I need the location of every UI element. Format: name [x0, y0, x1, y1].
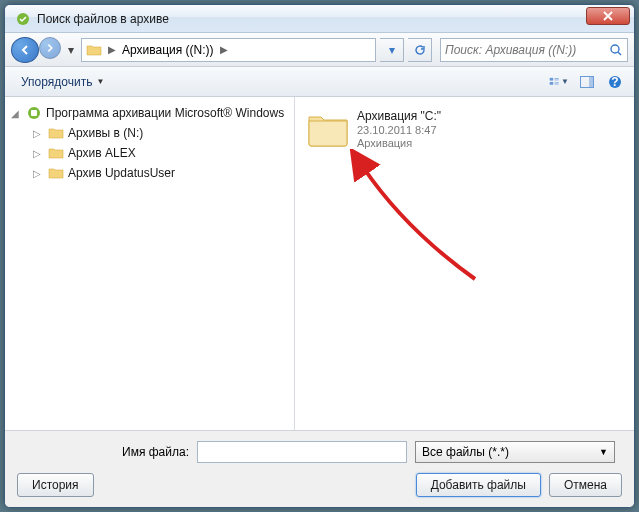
svg-rect-2 [550, 77, 553, 80]
filename-label: Имя файла: [17, 445, 197, 459]
search-box[interactable] [440, 38, 628, 62]
help-button[interactable]: ? [604, 72, 626, 92]
titlebar: Поиск файлов в архиве [5, 5, 634, 33]
backup-program-icon [26, 105, 42, 121]
window-title: Поиск файлов в архиве [37, 12, 586, 26]
chevron-down-icon: ▼ [561, 77, 569, 86]
svg-point-1 [611, 45, 619, 53]
expand-icon[interactable]: ▷ [33, 128, 44, 139]
file-type: Архивация [357, 137, 441, 149]
svg-text:?: ? [611, 75, 618, 89]
chevron-down-icon: ▼ [599, 447, 608, 457]
folder-icon [86, 42, 102, 58]
tree-item[interactable]: ▷ Архив ALEX [5, 143, 294, 163]
file-meta: Архивация "C:" 23.10.2011 8:47 Архивация [357, 109, 441, 149]
filename-input[interactable] [197, 441, 407, 463]
file-name: Архивация "C:" [357, 109, 441, 123]
annotation-arrow [345, 149, 485, 289]
organize-label: Упорядочить [21, 75, 92, 89]
tree-root[interactable]: ◢ Программа архивации Microsoft® Windows [5, 103, 294, 123]
expand-icon[interactable]: ▷ [33, 148, 44, 159]
tree-item-label: Архив ALEX [68, 146, 136, 160]
preview-pane-button[interactable] [576, 72, 598, 92]
svg-rect-5 [589, 77, 593, 87]
app-icon [15, 11, 31, 27]
sidebar: ◢ Программа архивации Microsoft® Windows… [5, 97, 295, 430]
svg-rect-3 [550, 82, 553, 85]
breadcrumb-segment[interactable]: Архивация ((N:)) [118, 39, 218, 61]
svg-rect-9 [31, 110, 37, 116]
dialog-window: Поиск файлов в архиве ▾ ▶ Архивация ((N:… [4, 4, 635, 508]
nav-arrows [11, 37, 61, 63]
back-button[interactable] [11, 37, 39, 63]
navbar: ▾ ▶ Архивация ((N:)) ▶ ▾ [5, 33, 634, 67]
tree-item-label: Архив UpdatusUser [68, 166, 175, 180]
file-date: 23.10.2011 8:47 [357, 124, 441, 136]
content-pane[interactable]: Архивация "C:" 23.10.2011 8:47 Архивация [295, 97, 634, 430]
chevron-down-icon: ▼ [96, 77, 104, 86]
search-icon [609, 43, 623, 57]
collapse-icon[interactable]: ◢ [11, 108, 22, 119]
file-item[interactable]: Архивация "C:" 23.10.2011 8:47 Архивация [303, 105, 626, 153]
breadcrumb[interactable]: ▶ Архивация ((N:)) ▶ [81, 38, 376, 62]
tree-item-label: Архивы в (N:) [68, 126, 143, 140]
close-button[interactable] [586, 7, 630, 25]
folder-icon [307, 109, 349, 147]
folder-icon [48, 125, 64, 141]
chevron-right-icon[interactable]: ▶ [218, 44, 230, 55]
folder-icon [48, 145, 64, 161]
organize-button[interactable]: Упорядочить ▼ [13, 71, 112, 93]
add-files-button[interactable]: Добавить файлы [416, 473, 541, 497]
expand-icon[interactable]: ▷ [33, 168, 44, 179]
tree-root-label: Программа архивации Microsoft® Windows [46, 106, 284, 120]
filetype-select[interactable]: Все файлы (*.*) ▼ [415, 441, 615, 463]
filetype-value: Все файлы (*.*) [422, 445, 509, 459]
forward-button[interactable] [39, 37, 61, 59]
cancel-button[interactable]: Отмена [549, 473, 622, 497]
body: ◢ Программа архивации Microsoft® Windows… [5, 97, 634, 430]
toolbar: Упорядочить ▼ ▼ ? [5, 67, 634, 97]
chevron-right-icon[interactable]: ▶ [106, 44, 118, 55]
footer: Имя файла: Все файлы (*.*) ▼ История Доб… [5, 430, 634, 507]
nav-history-dropdown[interactable]: ▾ [65, 37, 77, 63]
history-button[interactable]: История [17, 473, 94, 497]
search-input[interactable] [445, 43, 609, 57]
tree-item[interactable]: ▷ Архив UpdatusUser [5, 163, 294, 183]
breadcrumb-dropdown[interactable]: ▾ [380, 38, 404, 62]
folder-icon [48, 165, 64, 181]
refresh-button[interactable] [408, 38, 432, 62]
tree-item[interactable]: ▷ Архивы в (N:) [5, 123, 294, 143]
view-options-button[interactable]: ▼ [548, 72, 570, 92]
